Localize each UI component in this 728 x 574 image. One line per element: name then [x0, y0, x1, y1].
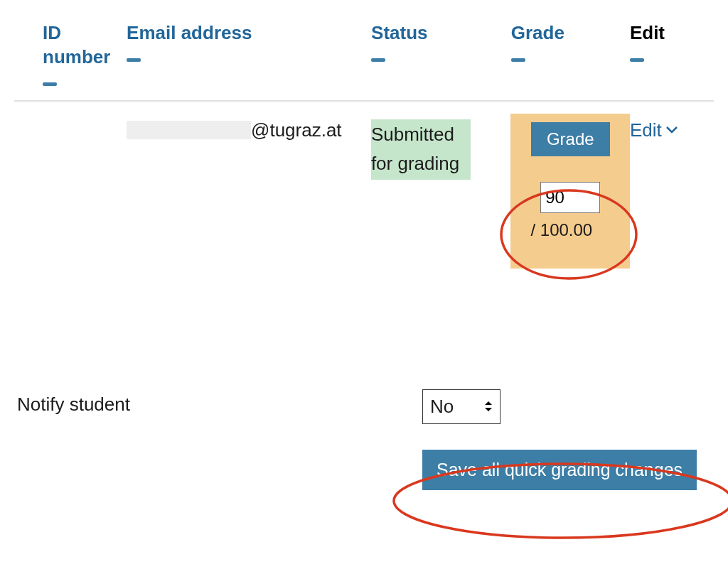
table-header-row: ID number Email address Status Grade Edi…	[14, 14, 714, 102]
column-header-email[interactable]: Email address	[127, 22, 252, 43]
column-header-id[interactable]: ID number	[43, 22, 110, 67]
collapse-icon-grade[interactable]	[511, 58, 525, 62]
save-quick-grading-button[interactable]: Save all quick grading changes	[422, 450, 697, 490]
collapse-icon-status[interactable]	[371, 58, 385, 62]
notify-selected-value: No	[430, 396, 454, 418]
column-header-edit: Edit	[630, 22, 665, 43]
cell-status: Submitted for grading	[371, 119, 511, 180]
collapse-icon-id[interactable]	[43, 82, 57, 86]
column-header-grade[interactable]: Grade	[511, 22, 564, 43]
notify-student-label: Notify student	[14, 389, 422, 416]
email-domain: @tugraz.at	[251, 119, 342, 141]
table-row: @tugraz.at Submitted for grading Grade /…	[14, 102, 714, 304]
grade-max-label: / 100.00	[522, 220, 592, 240]
collapse-icon-email[interactable]	[127, 58, 141, 62]
edit-link[interactable]: Edit	[630, 119, 707, 141]
notify-student-select[interactable]: No	[422, 389, 500, 424]
status-badge: Submitted for grading	[371, 119, 471, 180]
collapse-icon-edit[interactable]	[630, 58, 644, 62]
grade-button[interactable]: Grade	[531, 122, 610, 156]
edit-link-text: Edit	[630, 119, 662, 141]
notify-section: Notify student No Save all quick grading…	[14, 389, 714, 490]
cell-grade: Grade / 100.00	[510, 114, 630, 269]
chevron-down-icon	[666, 126, 678, 134]
grade-input[interactable]	[540, 182, 600, 213]
cell-email: @tugraz.at	[127, 119, 371, 141]
cell-edit: Edit	[630, 119, 714, 141]
select-sort-icon	[484, 400, 493, 413]
redacted-email-user	[127, 121, 251, 139]
column-header-status[interactable]: Status	[371, 22, 427, 43]
